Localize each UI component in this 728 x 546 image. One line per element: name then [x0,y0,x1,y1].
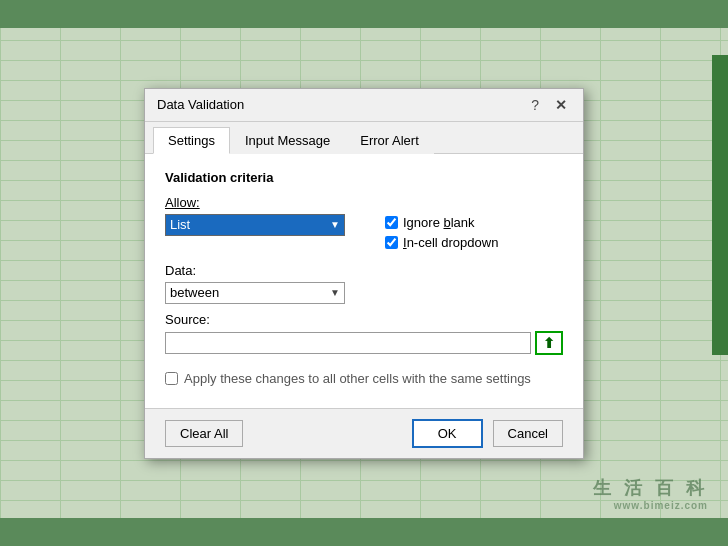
excel-bottom-bar [0,518,728,546]
dialog-footer: Clear All OK Cancel [145,408,583,458]
checkboxes-area: Ignore blank In-cell dropdown [385,215,563,250]
incell-dropdown-checkbox[interactable] [385,236,398,249]
incell-dropdown-row: In-cell dropdown [385,235,563,250]
excel-top-bar [0,0,728,28]
incell-dropdown-label: In-cell dropdown [403,235,498,250]
source-input[interactable] [165,332,531,354]
data-dropdown[interactable]: between ▼ [165,282,345,304]
allow-col-right: Ignore blank In-cell dropdown [385,195,563,255]
incell-rest: n-cell dropdown [407,235,499,250]
ignore-blank-rest: lank [451,215,475,230]
watermark-line2: www.bimeiz.com [593,500,708,511]
data-dropdown-arrow: ▼ [330,287,340,298]
title-bar: Data Validation ? ✕ [145,89,583,122]
data-value: between [170,285,219,300]
tab-settings[interactable]: Settings [153,127,230,154]
data-validation-dialog: Data Validation ? ✕ Settings Input Messa… [144,88,584,459]
watermark: 生 活 百 科 www.bimeiz.com [593,476,708,511]
ignore-blank-label: Ignore blank [403,215,475,230]
source-row: ⬆ [165,331,563,355]
ignore-blank-checkbox[interactable] [385,216,398,229]
title-bar-controls: ? ✕ [527,97,571,113]
apply-changes-checkbox[interactable] [165,372,178,385]
allow-dropdown-arrow: ▼ [330,219,340,230]
help-button[interactable]: ? [527,97,543,113]
watermark-line1: 生 活 百 科 [593,476,708,500]
cancel-button[interactable]: Cancel [493,420,563,447]
tab-error-alert[interactable]: Error Alert [345,127,434,154]
data-row: Data: between ▼ [165,263,563,304]
apply-changes-label: Apply these changes to all other cells w… [184,371,531,386]
allow-col-left: Allow: List ▼ [165,195,365,236]
ignore-blank-row: Ignore blank [385,215,563,230]
data-label: Data: [165,263,563,278]
close-button[interactable]: ✕ [551,97,571,113]
allow-value: List [170,217,190,232]
dialog-body: Validation criteria Allow: List ▼ Ignore… [145,154,583,408]
apply-changes-row: Apply these changes to all other cells w… [165,371,563,386]
clear-all-button[interactable]: Clear All [165,420,243,447]
ignore-blank-underline: b [443,215,450,230]
tab-bar: Settings Input Message Error Alert [145,122,583,154]
ignore-blank-label-text: Ignore [403,215,443,230]
dialog-title: Data Validation [157,97,244,112]
source-section: Source: ⬆ [165,312,563,355]
allow-label: Allow: [165,195,365,210]
validation-criteria-title: Validation criteria [165,170,563,185]
allow-dropdown[interactable]: List ▼ [165,214,345,236]
allow-row: Allow: List ▼ Ignore blank [165,195,563,255]
source-label: Source: [165,312,563,327]
source-picker-button[interactable]: ⬆ [535,331,563,355]
excel-right-accent [712,55,728,355]
source-picker-icon: ⬆ [543,336,555,350]
ok-button[interactable]: OK [412,419,483,448]
tab-input-message[interactable]: Input Message [230,127,345,154]
